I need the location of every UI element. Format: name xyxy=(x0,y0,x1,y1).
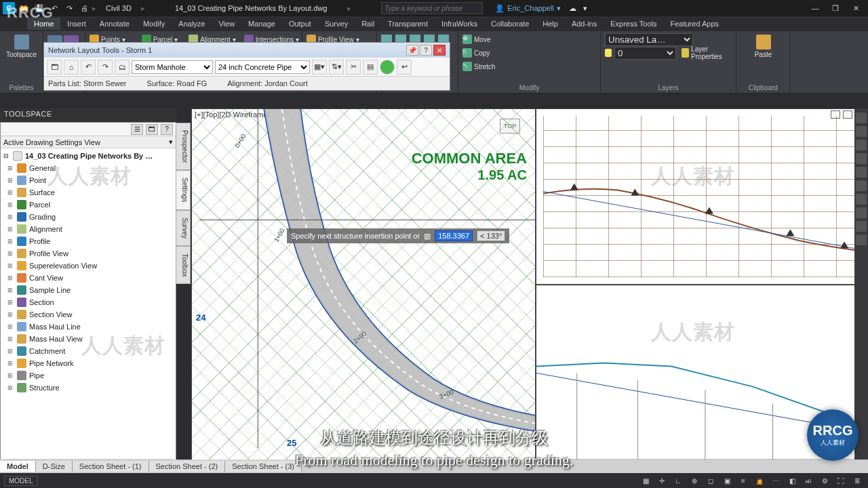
tree-item-structure[interactable]: ⊞Structure xyxy=(3,382,173,394)
qat-save-icon[interactable]: 💾 xyxy=(34,3,45,14)
tree-item-grading[interactable]: ⊞Grading xyxy=(3,211,173,223)
sb-osnap-icon[interactable]: ◻ xyxy=(704,474,717,487)
nlt-toggle-up-icon[interactable]: ⇅▾ xyxy=(329,60,344,75)
window-close-icon[interactable]: ✕ xyxy=(846,1,865,15)
tree-item-general[interactable]: ⊞General xyxy=(3,162,173,174)
nav-icon[interactable] xyxy=(856,194,867,205)
tree-item-cant-view[interactable]: ⊞Cant View xyxy=(3,272,173,284)
nlt-home-icon[interactable]: ⌂ xyxy=(64,60,79,75)
layer-state-dd[interactable]: Unsaved La… xyxy=(605,33,693,46)
tree-item-pipe[interactable]: ⊞Pipe xyxy=(3,369,173,382)
keyword-search-input[interactable] xyxy=(381,2,483,14)
nav-icon[interactable] xyxy=(856,140,867,150)
structure-select[interactable]: Storm Manhole xyxy=(132,60,213,74)
tab-annotate[interactable]: Annotate xyxy=(93,18,136,30)
sb-menu-icon[interactable]: ≣ xyxy=(850,474,864,487)
sb-snap-icon[interactable]: ✛ xyxy=(655,474,669,487)
current-layer-dd[interactable]: 0 xyxy=(614,47,676,60)
tree-item-mass-haul-line[interactable]: ⊞Mass Haul Line xyxy=(3,321,173,333)
tree-item-sample-line[interactable]: ⊞Sample Line xyxy=(3,284,173,296)
tree-item-point[interactable]: ⊞Point xyxy=(3,174,173,186)
tab-insert[interactable]: Insert xyxy=(60,18,93,30)
nav-icon[interactable] xyxy=(856,153,867,164)
tab-analyze[interactable]: Analyze xyxy=(172,18,212,30)
distance-input[interactable]: 158.3367 xyxy=(435,230,473,241)
tree-item-profile[interactable]: ⊞Profile xyxy=(3,235,173,247)
tab-express[interactable]: Express Tools xyxy=(604,18,663,30)
tree-item-pipe-network[interactable]: ⊞Pipe Network xyxy=(3,357,173,369)
nlt-undo-icon[interactable]: ↶ xyxy=(81,60,96,75)
window-minimize-icon[interactable]: — xyxy=(806,1,825,15)
tab-survey[interactable]: Survey xyxy=(318,18,355,30)
nav-icon[interactable] xyxy=(856,221,867,232)
tree-item-parcel[interactable]: ⊞Parcel xyxy=(3,199,173,211)
side-tab-settings[interactable]: Settings xyxy=(176,170,191,209)
nav-icon[interactable] xyxy=(856,235,867,245)
toolspace-view-dd[interactable]: Active Drawing Settings View▾ xyxy=(1,136,176,148)
tab-featured[interactable]: Featured Apps xyxy=(663,18,726,30)
dialog-close-icon[interactable]: ✕ xyxy=(433,45,446,56)
tree-item-mass-haul-view[interactable]: ⊞Mass Haul View xyxy=(3,333,173,345)
angle-input[interactable]: < 133° xyxy=(477,230,505,241)
nlt-parts-icon[interactable]: 🗂 xyxy=(115,60,130,75)
sb-ortho-icon[interactable]: ∟ xyxy=(671,474,685,487)
nlt-redo-icon[interactable]: ↷ xyxy=(98,60,113,75)
model-space-button[interactable]: MODEL xyxy=(4,476,38,486)
tab-addins[interactable]: Add-ins xyxy=(565,18,604,30)
tree-item-profile-view[interactable]: ⊞Profile View xyxy=(3,247,173,260)
sb-lwt-icon[interactable]: ≡ xyxy=(736,474,750,487)
sb-dyn-icon[interactable]: ▣ xyxy=(720,474,734,487)
qat-redo-icon[interactable]: ↷ xyxy=(64,3,75,14)
tab-help[interactable]: Help xyxy=(536,18,565,30)
dialog-title-bar[interactable]: Network Layout Tools - Storm 1 📌 ? ✕ xyxy=(44,43,450,58)
sb-polar-icon[interactable]: ⊕ xyxy=(688,474,701,487)
qat-undo-icon[interactable]: ↶ xyxy=(49,3,60,14)
nav-icon[interactable] xyxy=(856,126,867,137)
tree-root[interactable]: ⊟14_03 Creating Pipe Networks By … xyxy=(3,150,173,162)
move-btn[interactable]: ✥Move xyxy=(462,35,490,44)
tree-item-superelevation-view[interactable]: ⊞Superelevation View xyxy=(3,260,173,272)
nav-icon[interactable] xyxy=(856,167,867,178)
sb-person-icon[interactable]: 🙍 xyxy=(753,474,766,487)
toolspace-button[interactable]: Toolspace xyxy=(4,33,39,60)
help-icon[interactable]: ☁ xyxy=(569,4,576,13)
tab-output[interactable]: Output xyxy=(282,18,318,30)
sb-grid-icon[interactable]: ▦ xyxy=(639,474,652,487)
nlt-props-icon[interactable]: 🗔 xyxy=(47,60,62,75)
sb-gear-icon[interactable]: ⚙ xyxy=(818,474,831,487)
nav-icon[interactable] xyxy=(856,180,867,191)
qat-open-icon[interactable]: 📂 xyxy=(19,3,30,14)
pipe-select[interactable]: 24 inch Concrete Pipe xyxy=(215,60,310,74)
sb-more-icon[interactable]: ⋯ xyxy=(769,474,783,487)
dialog-help-icon[interactable]: ? xyxy=(420,45,432,56)
sb-max-icon[interactable]: ⛶ xyxy=(834,474,848,487)
help-dd-icon[interactable]: ▾ xyxy=(583,4,587,13)
nav-icon[interactable] xyxy=(856,207,867,218)
dialog-pin-icon[interactable]: 📌 xyxy=(406,45,418,56)
tab-modify[interactable]: Modify xyxy=(136,18,172,30)
nlt-draw-pipes-icon[interactable]: ▦▾ xyxy=(312,60,327,75)
side-tab-survey[interactable]: Survey xyxy=(176,210,191,246)
copy-btn[interactable]: ⎘Copy xyxy=(462,48,490,58)
nav-icon[interactable] xyxy=(856,113,867,123)
tab-view[interactable]: View xyxy=(212,18,241,30)
tab-rail[interactable]: Rail xyxy=(355,18,381,30)
nlt-delete-icon[interactable]: ✂ xyxy=(346,60,361,75)
tree-item-section[interactable]: ⊞Section xyxy=(3,296,173,308)
tab-home[interactable]: Home xyxy=(27,18,60,30)
prompt-menu-icon[interactable]: ▥ xyxy=(424,232,431,241)
tree-item-section-view[interactable]: ⊞Section View xyxy=(3,308,173,321)
ts-icon-1[interactable]: ☰ xyxy=(131,124,143,135)
window-restore-icon[interactable]: ❐ xyxy=(826,1,845,15)
ts-help-icon[interactable]: ? xyxy=(161,124,173,135)
tab-transparent[interactable]: Transparent xyxy=(381,18,435,30)
sb-iso-icon[interactable]: ◧ xyxy=(785,474,799,487)
tree-item-catchment[interactable]: ⊞Catchment xyxy=(3,345,173,357)
nlt-go-icon[interactable] xyxy=(380,60,395,75)
tab-manage[interactable]: Manage xyxy=(241,18,282,30)
tab-collaborate[interactable]: Collaborate xyxy=(484,18,536,30)
stretch-btn[interactable]: ⤡Stretch xyxy=(462,62,496,71)
tree-item-alignment[interactable]: ⊞Alignment xyxy=(3,223,173,235)
signed-in-user[interactable]: 👤 Eric_Chappell ▾ xyxy=(495,4,560,13)
side-tab-prospector[interactable]: Prospector xyxy=(176,123,191,170)
